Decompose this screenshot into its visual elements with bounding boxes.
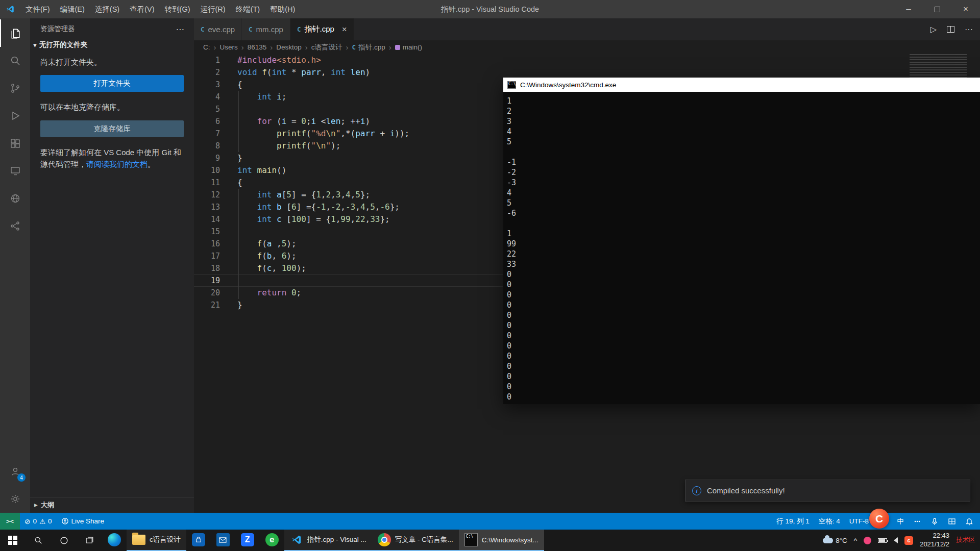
section-no-folder[interactable]: ▾ 无打开的文件夹 — [30, 39, 194, 51]
notifications-status[interactable] — [961, 513, 978, 530]
breadcrumb-item[interactable]: C指针.cpp — [352, 43, 385, 52]
line-number: 2 — [194, 66, 220, 79]
breadcrumb-item[interactable]: c语言设计 — [311, 43, 342, 52]
code-text: int a[5] = {1,2,3,4,5}; — [220, 189, 370, 201]
tab-eve.cpp[interactable]: Ceve.cpp — [194, 18, 242, 40]
tray-volume[interactable] — [894, 537, 898, 543]
ime-indicator[interactable]: 中 — [893, 513, 909, 530]
close-window-button[interactable]: × — [951, 0, 980, 18]
settings-gear-icon[interactable] — [0, 485, 30, 513]
code-text: f(b, 6); — [220, 250, 297, 262]
code-token: ; — [282, 92, 287, 102]
code-token: 3 — [336, 190, 341, 199]
taskbar-green-e-app[interactable]: e — [260, 530, 284, 551]
cmd-window[interactable]: C:\ C:\Windows\system32\cmd.exe 12345 -1… — [503, 78, 980, 404]
close-tab-icon[interactable]: × — [342, 24, 347, 35]
code-token: ); — [297, 263, 306, 273]
task-view-button[interactable] — [77, 530, 102, 551]
taskbar-z-app[interactable]: Z — [235, 530, 260, 551]
open-folder-button[interactable]: 打开文件夹 — [40, 75, 184, 92]
remote-indicator[interactable]: >< — [0, 513, 20, 530]
taskbar-folder[interactable]: c语言设计 — [127, 530, 186, 551]
code-line[interactable]: 1#include<stdio.h> — [194, 54, 980, 66]
menu-item[interactable]: 选择(S) — [90, 0, 125, 18]
notification-toast[interactable]: i Compiled successfully! — [685, 480, 970, 502]
breadcrumb-item[interactable]: Users — [220, 43, 238, 51]
code-token — [252, 165, 257, 175]
menu-item[interactable]: 运行(R) — [195, 0, 230, 18]
cmd-output-line: 0 — [507, 290, 980, 300]
cmd-output-line: 3 — [507, 116, 980, 127]
taskbar-chrome[interactable]: 写文章 - C语言集... — [372, 530, 459, 551]
indentation[interactable]: 空格: 4 — [814, 513, 845, 530]
cmd-output-line: 4 — [507, 127, 980, 137]
tray-expand-button[interactable]: ^ — [854, 537, 857, 544]
run-debug-icon[interactable] — [0, 102, 30, 130]
menu-item[interactable]: 查看(V) — [125, 0, 159, 18]
line-number: 14 — [194, 213, 220, 226]
search-icon[interactable] — [0, 47, 30, 74]
line-number: 13 — [194, 201, 220, 213]
minimap[interactable] — [910, 54, 967, 78]
tray-csdn[interactable]: c — [904, 536, 913, 545]
taskbar-vscode[interactable]: 指针.cpp - Visual ... — [284, 530, 372, 551]
feedback-icon[interactable] — [909, 513, 926, 530]
cursor-position[interactable]: 行 19, 列 1 — [772, 513, 814, 530]
line-number: 21 — [194, 299, 220, 311]
menu-item[interactable]: 转到(G) — [160, 0, 195, 18]
problems-status[interactable]: ⊘ 0 ⚠ 0 — [20, 513, 56, 530]
breadcrumb-item[interactable]: C: — [203, 43, 210, 51]
outline-section[interactable]: ▸ 大纲 — [30, 497, 194, 513]
mic-status[interactable] — [926, 513, 943, 530]
accounts-icon[interactable]: 4 — [0, 458, 30, 485]
code-line[interactable]: 2void f(int * parr, int len) — [194, 66, 980, 79]
tab-mm.cpp[interactable]: Cmm.cpp — [242, 18, 290, 40]
git-docs-link[interactable]: 请阅读我们的文档 — [86, 160, 148, 168]
taskbar-store[interactable] — [186, 530, 211, 551]
taskbar-mail[interactable] — [211, 530, 235, 551]
code-token: ( — [262, 251, 267, 261]
editor-actions: ▷ ··· — [930, 18, 973, 40]
weather-widget[interactable]: 8°C — [823, 537, 847, 544]
taskbar-edge[interactable] — [102, 530, 127, 551]
start-button[interactable] — [0, 530, 26, 551]
code-token: , — [272, 263, 281, 273]
menu-item[interactable]: 帮助(H) — [265, 0, 300, 18]
explorer-icon[interactable] — [0, 19, 30, 47]
code-token: parr — [355, 129, 375, 138]
code-token: ( — [306, 129, 311, 138]
taskbar-cmd[interactable]: C:\ C:\Windows\syst... — [459, 530, 544, 551]
remote-explorer-icon[interactable] — [0, 157, 30, 185]
globe-icon[interactable] — [0, 185, 30, 212]
more-actions-icon[interactable]: ··· — [965, 25, 973, 34]
menu-item[interactable]: 编辑(E) — [55, 0, 90, 18]
tray-clock[interactable]: 22:43 2021/12/2 — [920, 532, 949, 549]
source-control-icon[interactable] — [0, 74, 30, 102]
menu-item[interactable]: 终端(T) — [231, 0, 265, 18]
breadcrumb-item[interactable]: Desktop — [276, 43, 302, 51]
layout-status[interactable] — [943, 513, 961, 530]
tab-指针.cpp[interactable]: C指针.cpp× — [290, 18, 354, 40]
extensions-icon[interactable] — [0, 130, 30, 157]
tray-pink-app[interactable] — [864, 537, 871, 544]
live-share-button[interactable]: Live Share — [57, 513, 109, 530]
minimize-button[interactable]: – — [894, 0, 923, 18]
split-editor-icon[interactable] — [947, 26, 954, 33]
maximize-button[interactable] — [923, 0, 951, 18]
tray-battery[interactable] — [878, 538, 887, 543]
breadcrumb-item[interactable]: main() — [395, 43, 422, 51]
sidebar-more-actions-icon[interactable]: ··· — [177, 26, 185, 33]
run-button[interactable]: ▷ — [930, 24, 937, 34]
code-text — [220, 226, 237, 238]
share-icon[interactable] — [0, 212, 30, 240]
cortana-button[interactable] — [51, 530, 77, 551]
cmd-titlebar[interactable]: C:\ C:\Windows\system32\cmd.exe — [503, 78, 980, 92]
code-token: ); — [286, 239, 296, 248]
taskbar-search-button[interactable] — [26, 530, 51, 551]
breadcrumb-item[interactable]: 86135 — [248, 43, 267, 51]
battery-icon — [878, 538, 887, 543]
csdn-floating-logo[interactable]: C — [869, 509, 889, 529]
menu-item[interactable]: 文件(F) — [20, 0, 55, 18]
clone-repo-button[interactable]: 克隆存储库 — [40, 120, 184, 137]
encoding[interactable]: UTF-8 — [845, 513, 873, 530]
